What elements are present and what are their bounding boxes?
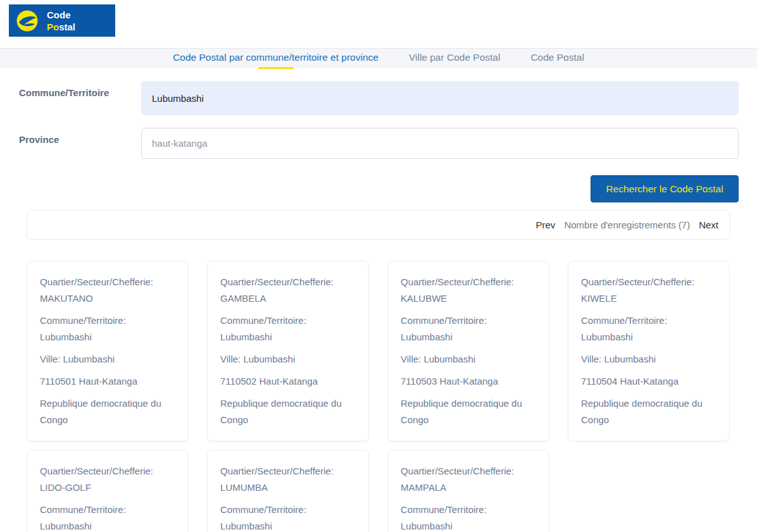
commune-line: Commune/Territoire: Lubumbashi <box>401 312 536 345</box>
quartier-line: Quartier/Secteur/Chefferie: MAKUTANO <box>40 274 175 307</box>
postal-code-line: 7110503 Haut-Katanga <box>401 373 536 390</box>
quartier-line: Quartier/Secteur/Chefferie: KALUBWE <box>401 274 536 307</box>
result-card: Quartier/Secteur/Chefferie: GAMBELA Comm… <box>207 261 369 442</box>
postal-code-line: 7110502 Haut-Katanga <box>220 373 356 390</box>
ville-line: Ville: Lubumbashi <box>401 351 536 368</box>
commune-line: Commune/Territoire: Lubumbashi <box>401 502 536 532</box>
result-card: Quartier/Secteur/Chefferie: MAMPALA Comm… <box>387 450 549 532</box>
ville-line: Ville: Lubumbashi <box>220 351 356 368</box>
country-line: Republique democratique du Congo <box>401 395 536 428</box>
province-label: Province <box>19 134 59 145</box>
quartier-line: Quartier/Secteur/Chefferie: LIDO-GOLF <box>40 463 175 496</box>
logo-line2-rest: stal <box>59 22 75 32</box>
app-logo[interactable]: Code Postal <box>9 4 115 37</box>
results-grid: Quartier/Secteur/Chefferie: MAKUTANO Com… <box>27 261 730 532</box>
rechercher-code-postal-button[interactable]: Rechercher le Code Postal <box>591 175 739 202</box>
ville-line: Ville: Lubumbashi <box>40 351 175 368</box>
ville-line: Ville: Lubumbashi <box>581 351 716 368</box>
next-button[interactable]: Next <box>699 220 718 230</box>
quartier-line: Quartier/Secteur/Chefferie: KIWELE <box>581 274 716 307</box>
country-line: Republique democratique du Congo <box>220 395 356 428</box>
logo-line2-accent: Po <box>47 22 59 32</box>
country-line: Republique democratique du Congo <box>581 395 716 428</box>
logo-line1: Code <box>47 9 71 20</box>
province-input[interactable] <box>141 128 739 159</box>
commune-line: Commune/Territoire: Lubumbashi <box>40 312 175 345</box>
commune-line: Commune/Territoire: Lubumbashi <box>40 502 175 532</box>
pagination-bar: Prev Nombre d'enregistrements (7) Next <box>27 210 730 240</box>
commune-territoire-label: Commune/Territoire <box>19 87 109 98</box>
quartier-line: Quartier/Secteur/Chefferie: GAMBELA <box>220 274 356 307</box>
commune-territoire-input[interactable] <box>141 81 739 115</box>
tab-code-postal[interactable]: Code Postal <box>530 49 584 67</box>
tab-bar: Code Postal par commune/territoire et pr… <box>0 48 757 68</box>
result-card: Quartier/Secteur/Chefferie: MAKUTANO Com… <box>27 261 189 442</box>
tab-ville-par-code-postal[interactable]: Ville par Code Postal <box>409 49 500 67</box>
postal-code-line: 7110501 Haut-Katanga <box>40 373 175 390</box>
postal-code-line: 7110504 Haut-Katanga <box>581 373 716 390</box>
result-card: Quartier/Secteur/Chefferie: LUMUMBA Comm… <box>207 450 369 532</box>
commune-line: Commune/Territoire: Lubumbashi <box>220 312 356 345</box>
tab-code-postal-par-commune[interactable]: Code Postal par commune/territoire et pr… <box>173 49 378 67</box>
records-count-label: Nombre d'enregistrements (7) <box>564 220 690 230</box>
quartier-line: Quartier/Secteur/Chefferie: MAMPALA <box>401 463 536 496</box>
prev-button[interactable]: Prev <box>536 220 556 230</box>
result-card: Quartier/Secteur/Chefferie: KALUBWE Comm… <box>387 261 549 442</box>
quartier-line: Quartier/Secteur/Chefferie: LUMUMBA <box>220 463 356 496</box>
logo-text: Code Postal <box>47 9 75 33</box>
commune-line: Commune/Territoire: Lubumbashi <box>581 312 716 345</box>
commune-line: Commune/Territoire: Lubumbashi <box>220 502 356 532</box>
result-card: Quartier/Secteur/Chefferie: KIWELE Commu… <box>568 261 730 442</box>
postal-bird-icon <box>14 8 41 34</box>
result-card: Quartier/Secteur/Chefferie: LIDO-GOLF Co… <box>27 450 189 532</box>
country-line: Republique democratique du Congo <box>40 395 175 428</box>
